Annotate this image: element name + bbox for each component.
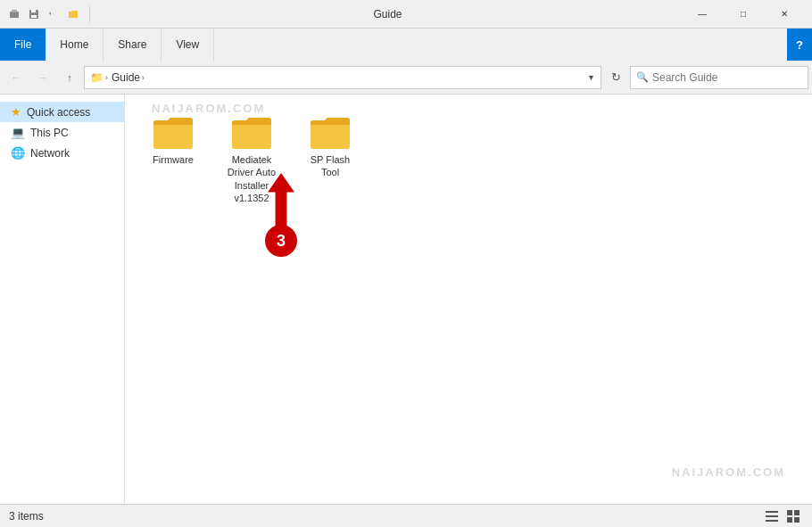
folder-sp-flash-tool-icon [309,114,352,150]
statusbar: 3 items [0,504,812,527]
breadcrumb-separator-1: › [105,73,108,82]
search-icon: 🔍 [636,71,649,83]
svg-rect-4 [31,10,36,12]
breadcrumb-guide: Guide › [112,71,145,84]
breadcrumb-root: 📁 › [90,71,108,84]
window-controls: — □ ✕ [682,0,805,29]
search-bar[interactable]: 🔍 [630,66,808,89]
annotation: 3 [263,173,299,257]
titlebar: Guide — □ ✕ [0,0,812,29]
item-count: 3 items [9,510,44,523]
svg-rect-12 [794,517,800,523]
maximize-button[interactable]: □ [723,0,764,29]
main-layout: ★ Quick access 💻 This PC 🌐 Network NAIJA… [0,95,812,504]
titlebar-icons [7,6,94,22]
svg-rect-6 [766,511,778,513]
star-icon: ★ [11,105,21,119]
folder-sp-flash-tool-label: SP Flash Tool [302,153,359,179]
window-title: Guide [94,8,682,21]
quick-access-label: Quick access [27,106,90,119]
up-button[interactable]: ↑ [57,65,82,90]
file-menu-button[interactable]: File [0,29,46,61]
minimize-button[interactable]: — [682,0,723,29]
svg-rect-9 [787,510,792,515]
svg-rect-10 [794,510,800,515]
folder-icon-small [66,7,80,21]
files-grid: Firmware Mediatek Driver Auto Installer … [139,109,798,210]
annotation-number: 3 [265,225,297,257]
ribbon-tabs: Home Share View [46,29,787,61]
sidebar: ★ Quick access 💻 This PC 🌐 Network [0,95,125,504]
folder-sp-flash-tool[interactable]: SP Flash Tool [296,109,364,210]
view-details-button[interactable] [762,506,782,526]
folder-firmware[interactable]: Firmware [139,109,207,210]
sidebar-item-this-pc[interactable]: 💻 This PC [0,122,124,143]
svg-rect-0 [10,12,19,18]
watermark-bottom: NAIJAROM.COM [672,465,785,479]
save-icon [27,7,41,21]
pc-icon: 💻 [11,126,25,139]
refresh-button[interactable]: ↻ [603,65,628,90]
folder-firmware-label: Firmware [153,153,194,166]
ribbon: File Home Share View ? [0,29,812,61]
sidebar-item-quick-access[interactable]: ★ Quick access [0,102,124,122]
sidebar-item-network[interactable]: 🌐 Network [0,143,124,163]
folder-firmware-icon [152,114,195,150]
breadcrumb-dropdown[interactable]: ▼ [587,73,595,82]
ribbon-spacer [214,29,787,61]
addressbar: ← → ↑ 📁 › Guide › ▼ ↻ 🔍 [0,61,812,95]
svg-marker-5 [268,173,294,226]
home-tab[interactable]: Home [46,29,104,61]
svg-rect-1 [12,10,17,12]
undo-icon [46,7,61,21]
share-tab[interactable]: Share [104,29,162,61]
titlebar-separator [89,6,90,22]
view-large-icons-button[interactable] [783,506,803,526]
search-input[interactable] [652,71,802,84]
statusbar-view-controls [762,506,803,526]
breadcrumb-bar[interactable]: 📁 › Guide › ▼ [84,66,601,89]
network-icon: 🌐 [11,146,25,160]
annotation-arrow [263,173,299,226]
svg-rect-11 [787,517,792,523]
network-label: Network [30,147,70,160]
view-tab[interactable]: View [162,29,214,61]
back-button[interactable]: ← [4,65,29,90]
watermark-top: NAIJAROM.COM [152,102,265,115]
help-button[interactable]: ? [787,29,812,61]
breadcrumb-root-icon: 📁 [90,71,104,84]
close-button[interactable]: ✕ [764,0,805,29]
svg-rect-8 [766,520,778,522]
svg-rect-3 [31,15,37,18]
folder-mediatek-icon [230,114,273,150]
breadcrumb-separator-2: › [142,73,145,82]
forward-button[interactable]: → [30,65,55,90]
file-area: NAIJAROM.COM Firmware [125,95,812,504]
svg-rect-7 [766,515,778,517]
this-pc-label: This PC [30,127,69,139]
system-icon [7,7,21,21]
